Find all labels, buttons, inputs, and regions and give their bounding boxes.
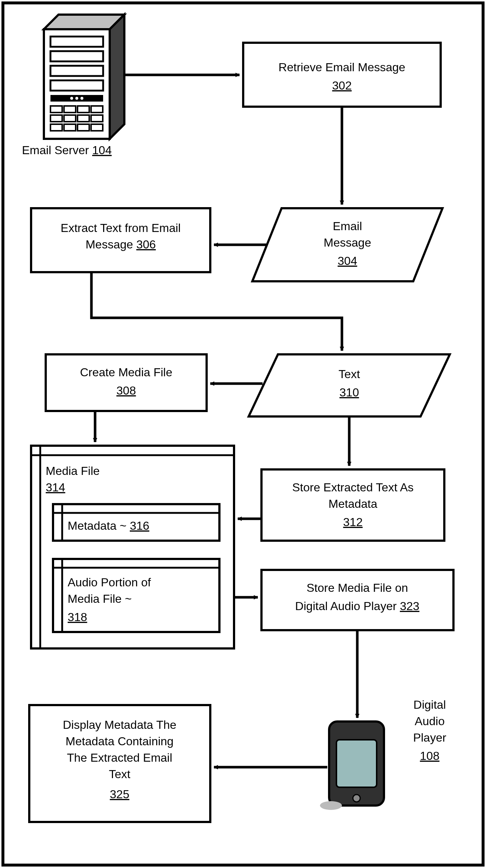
text-label: Text: [339, 368, 360, 381]
svg-rect-16: [64, 115, 76, 122]
audio-portion-l1: Audio Portion of: [68, 576, 151, 589]
retrieve-email-label: Retrieve Email Message: [279, 61, 406, 74]
text-ref: 310: [339, 386, 359, 399]
create-media-label: Create Media File: [80, 366, 173, 379]
audio-portion-l2: Media File ~: [68, 592, 132, 605]
store-text-meta-l1: Store Extracted Text As: [292, 481, 414, 494]
create-media-box: [46, 354, 207, 411]
player-l3: Player: [413, 731, 447, 744]
display-meta-ref: 325: [110, 788, 129, 801]
email-message-l2: Message: [324, 236, 371, 249]
create-media-ref: 308: [116, 384, 136, 397]
svg-rect-21: [78, 124, 89, 131]
svg-rect-12: [64, 106, 76, 113]
svg-rect-31: [336, 740, 377, 787]
svg-rect-18: [91, 115, 103, 122]
extract-text-l2: Message 306: [86, 238, 156, 251]
retrieve-email-ref: 302: [332, 79, 351, 92]
flowchart-diagram: Email Server 104 Retrieve Email Message …: [0, 0, 486, 868]
store-text-meta-l2: Metadata: [328, 497, 377, 510]
audio-portion-ref: 318: [68, 610, 87, 624]
email-message-ref: 304: [338, 254, 357, 267]
email-message-l1: Email: [333, 220, 362, 233]
display-meta-l3: The Extracted Email: [67, 751, 172, 764]
extract-text-l1: Extract Text from Email: [61, 221, 181, 235]
player-ref: 108: [420, 749, 439, 762]
store-media-l1: Store Media File on: [306, 581, 408, 594]
media-file-label: Media File: [46, 464, 100, 477]
svg-point-9: [75, 97, 78, 100]
svg-rect-22: [91, 124, 103, 131]
svg-rect-15: [50, 115, 62, 122]
svg-point-10: [80, 97, 83, 100]
display-meta-l2: Metadata Containing: [65, 735, 173, 748]
media-file-container: Media File 314 Metadata ~ 316 Audio Port…: [31, 446, 234, 648]
digital-audio-player-icon: [320, 722, 384, 810]
svg-marker-2: [110, 15, 124, 139]
arrow-extract-to-text: [91, 272, 342, 351]
svg-point-32: [353, 795, 360, 802]
store-media-l2: Digital Audio Player 323: [295, 599, 419, 613]
metadata-label: Metadata ~ 316: [68, 519, 149, 532]
svg-point-33: [320, 801, 342, 810]
email-server-icon: [44, 15, 124, 139]
svg-rect-19: [50, 124, 62, 131]
svg-rect-13: [78, 106, 89, 113]
svg-rect-14: [91, 106, 103, 113]
svg-rect-11: [50, 106, 62, 113]
display-meta-l1: Display Metadata The: [63, 718, 177, 731]
display-meta-l4: Text: [109, 768, 131, 781]
svg-point-8: [70, 97, 73, 100]
player-l1: Digital: [414, 698, 446, 711]
text-node: [249, 354, 450, 416]
retrieve-email-box: [243, 43, 441, 107]
email-server-label: Email Server 104: [22, 144, 112, 157]
player-l2: Audio: [415, 715, 445, 728]
media-file-ref: 314: [46, 481, 65, 494]
svg-rect-17: [78, 115, 89, 122]
svg-rect-20: [64, 124, 76, 131]
store-text-meta-ref: 312: [343, 515, 362, 529]
